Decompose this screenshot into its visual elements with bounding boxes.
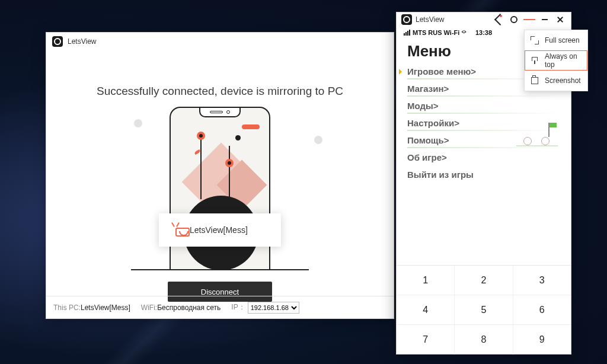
pc-name: LetsView[Mess] [81, 304, 130, 312]
game-menu-item[interactable]: Об игре> [407, 149, 560, 166]
signal-icon [404, 30, 410, 36]
keypad-key-8[interactable]: 8 [455, 325, 513, 355]
carrier-label: MTS RUS Wi-Fi [413, 29, 459, 36]
record-button[interactable] [508, 14, 520, 25]
keypad: 123456789 [397, 265, 571, 354]
wifi-label: WiFi: [141, 304, 157, 312]
device-name: LetsView[Mess] [190, 225, 248, 235]
phone-baseline [131, 269, 309, 270]
dropdown-item-pin[interactable]: Always on top [525, 50, 587, 71]
ip-select[interactable]: 192.168.1.68 [248, 302, 299, 314]
letsview-icon [401, 14, 412, 25]
decor-dot [134, 119, 142, 127]
keypad-key-3[interactable]: 3 [513, 266, 571, 295]
keypad-key-2[interactable]: 2 [455, 266, 513, 295]
fullscreen-icon [531, 36, 539, 44]
wifi-name: Беспроводная сеть [157, 304, 221, 312]
keypad-key-9[interactable]: 9 [513, 325, 571, 355]
keypad-key-4[interactable]: 4 [397, 295, 455, 325]
pc-info: This PC:LetsView[Mess] [53, 304, 130, 312]
decor-dot [314, 136, 322, 144]
dropdown-item-screenshot[interactable]: Screenshot [525, 71, 587, 91]
mirror-titlebar[interactable]: LetsView [397, 12, 571, 27]
main-statusbar: This PC:LetsView[Mess] WiFi:Беспроводная… [46, 296, 394, 318]
main-titlebar[interactable]: LetsView [46, 33, 394, 50]
letsview-icon [52, 36, 63, 47]
device-card[interactable]: LetsView[Mess] [159, 213, 281, 247]
minimize-button[interactable] [539, 14, 551, 25]
pin-icon [531, 56, 539, 65]
dropdown-item-fullscreen[interactable]: Full screen [525, 30, 587, 50]
window-menu-dropdown: Full screenAlways on topScreenshot [524, 30, 588, 91]
draw-button[interactable] [493, 14, 504, 25]
main-window: LetsView Successfully connected, device … [46, 32, 394, 319]
keypad-key-6[interactable]: 6 [513, 295, 571, 325]
main-body: Successfully connected, device is mirror… [46, 50, 394, 296]
bike-doodle [522, 123, 557, 146]
connection-status: Successfully connected, device is mirror… [46, 85, 394, 98]
dropdown-label: Screenshot [545, 76, 581, 85]
tv-icon [168, 223, 183, 237]
game-menu-item[interactable]: Выйти из игры [407, 166, 560, 183]
ip-label: IP： [231, 302, 245, 312]
main-title: LetsView [68, 37, 96, 46]
close-button[interactable] [554, 14, 566, 25]
wifi-icon: ⌔ [462, 28, 466, 37]
keypad-key-7[interactable]: 7 [397, 325, 455, 355]
keypad-key-5[interactable]: 5 [455, 295, 513, 325]
wifi-info: WiFi:Беспроводная сеть [141, 304, 221, 312]
game-menu-item[interactable]: Моды> [407, 97, 560, 114]
mirror-title: LetsView [416, 15, 444, 24]
menu-button[interactable] [523, 14, 535, 25]
keypad-key-1[interactable]: 1 [397, 266, 455, 295]
dropdown-label: Full screen [545, 36, 580, 44]
dropdown-label: Always on top [545, 52, 582, 69]
pc-label: This PC: [53, 304, 81, 312]
screenshot-icon [531, 76, 539, 85]
ip-info: IP： 192.168.1.68 [231, 302, 299, 314]
